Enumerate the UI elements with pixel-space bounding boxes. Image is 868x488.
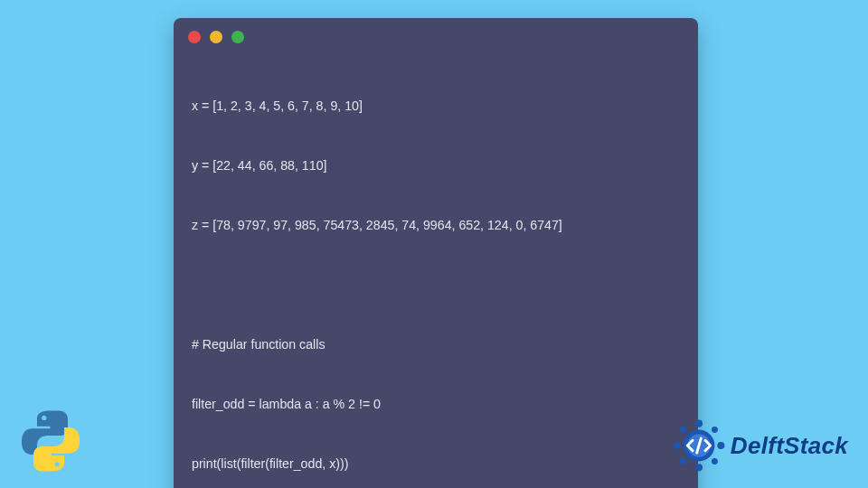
svg-point-3 [695, 464, 703, 471]
svg-point-2 [695, 420, 703, 427]
svg-point-6 [680, 427, 686, 433]
code-comment: # Regular function calls [192, 334, 680, 354]
code-line: y = [22, 44, 66, 88, 110] [192, 155, 680, 175]
close-icon[interactable] [188, 31, 201, 43]
brand: DelftStack [673, 419, 848, 472]
python-logo-icon [18, 408, 83, 474]
maximize-icon[interactable] [231, 31, 244, 43]
code-window: x = [1, 2, 3, 4, 5, 6, 7, 8, 9, 10] y = … [174, 18, 698, 488]
minimize-icon[interactable] [210, 31, 222, 43]
window-titlebar [174, 18, 698, 49]
brand-name: DelftStack [731, 432, 848, 460]
svg-point-8 [680, 458, 686, 465]
code-line: x = [1, 2, 3, 4, 5, 6, 7, 8, 9, 10] [192, 96, 680, 116]
code-line: z = [78, 9797, 97, 985, 75473, 2845, 74,… [192, 215, 680, 235]
code-line: filter_odd = lambda a : a % 2 != 0 [192, 394, 680, 414]
svg-point-9 [712, 458, 718, 465]
code-body: x = [1, 2, 3, 4, 5, 6, 7, 8, 9, 10] y = … [174, 49, 698, 488]
svg-point-5 [717, 442, 724, 449]
svg-point-7 [712, 427, 718, 433]
blank-line [192, 275, 680, 295]
brand-badge-icon [673, 419, 725, 472]
code-line: print(list(filter(filter_odd, x))) [192, 454, 680, 474]
svg-point-4 [673, 442, 680, 449]
